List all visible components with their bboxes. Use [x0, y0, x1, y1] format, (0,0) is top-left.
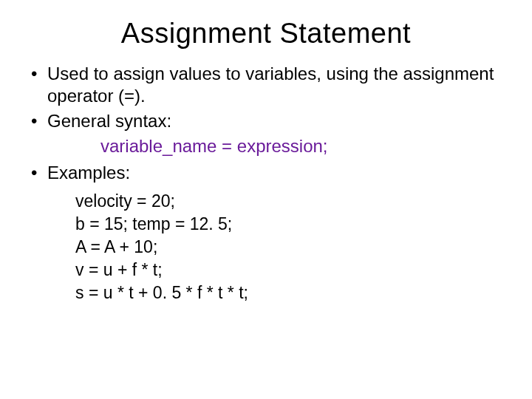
bullet-item: Used to assign values to variables, usin…: [30, 63, 502, 107]
slide: Assignment Statement Used to assign valu…: [0, 18, 532, 399]
slide-title: Assignment Statement: [0, 18, 532, 50]
syntax-line: variable_name = expression;: [100, 135, 502, 157]
examples-block: velocity = 20; b = 15; temp = 12. 5; A =…: [75, 190, 502, 304]
example-line: A = A + 10;: [75, 236, 502, 259]
example-line: velocity = 20;: [75, 190, 502, 213]
example-line: v = u + f * t;: [75, 259, 502, 282]
bullet-list: Examples:: [30, 162, 502, 184]
bullet-item: General syntax:: [30, 110, 502, 132]
bullet-item: Examples:: [30, 162, 502, 184]
example-line: b = 15; temp = 12. 5;: [75, 213, 502, 236]
bullet-list: Used to assign values to variables, usin…: [30, 63, 502, 132]
example-line: s = u * t + 0. 5 * f * t * t;: [75, 282, 502, 304]
slide-content: Used to assign values to variables, usin…: [0, 63, 532, 304]
